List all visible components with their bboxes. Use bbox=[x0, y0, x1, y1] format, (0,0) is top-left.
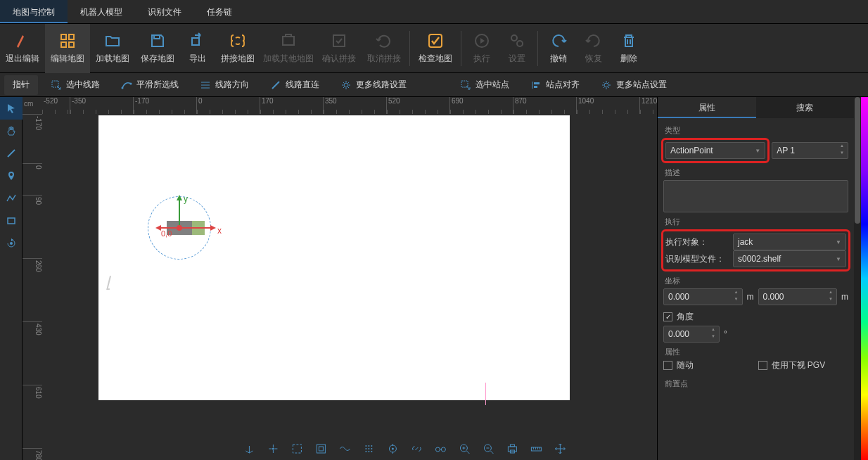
exit-edit-button[interactable]: 退出编辑 bbox=[0, 24, 45, 73]
left-tool-strip bbox=[0, 97, 23, 460]
svg-point-28 bbox=[272, 448, 274, 450]
svg-point-40 bbox=[371, 451, 372, 452]
center-icon[interactable] bbox=[266, 442, 280, 456]
route-direction-button[interactable]: 线路方向 bbox=[191, 75, 257, 95]
delete-button[interactable]: 删除 bbox=[611, 24, 646, 73]
svg-point-18 bbox=[344, 83, 348, 87]
check-map-button[interactable]: 检查地图 bbox=[413, 24, 458, 73]
save-map-label: 保存地图 bbox=[141, 53, 174, 65]
undo-button[interactable]: 撤销 bbox=[541, 24, 576, 73]
edit-map-label: 编辑地图 bbox=[51, 53, 84, 65]
svg-point-27 bbox=[10, 242, 13, 245]
svg-point-25 bbox=[10, 173, 13, 176]
pointer-button[interactable]: 指针 bbox=[4, 75, 38, 95]
ruler-icon[interactable] bbox=[529, 442, 543, 456]
tab-task-chain[interactable]: 任务链 bbox=[194, 0, 245, 23]
angle-checkbox[interactable]: 角度 bbox=[663, 311, 694, 323]
station-align-button[interactable]: 站点对齐 bbox=[522, 75, 588, 95]
coord-x-field[interactable]: 0.000 ▲▼ bbox=[663, 288, 743, 305]
export-button[interactable]: 导出 bbox=[180, 24, 215, 73]
wave-icon[interactable] bbox=[338, 442, 352, 456]
axis-icon[interactable] bbox=[242, 442, 256, 456]
name-field[interactable]: AP 1 ▲▼ bbox=[772, 142, 848, 159]
splice-map-label: 拼接地图 bbox=[221, 53, 255, 65]
map-background: y x 0,0 ⌊ bbox=[98, 115, 570, 400]
route-straight-button[interactable]: 线路直连 bbox=[262, 75, 328, 95]
ruler-unit: cm bbox=[24, 100, 33, 108]
splice-map-button[interactable]: 拼接地图 bbox=[215, 24, 260, 73]
printer-icon[interactable] bbox=[505, 442, 519, 456]
load-map-label: 加载地图 bbox=[96, 53, 129, 65]
target-icon[interactable] bbox=[385, 442, 400, 456]
pgv-checkbox[interactable]: 使用下视 PGV bbox=[758, 359, 849, 371]
desc-textarea[interactable] bbox=[663, 180, 848, 212]
export-label: 导出 bbox=[189, 53, 206, 65]
follow-checkbox[interactable]: 随动 bbox=[663, 359, 754, 371]
front-point-label: 前置点 bbox=[665, 378, 848, 389]
confirm-splice-button: 确认拼接 bbox=[317, 24, 362, 73]
tab-robot-model[interactable]: 机器人模型 bbox=[68, 0, 135, 23]
zoom-in-icon[interactable] bbox=[457, 442, 471, 456]
svg-line-49 bbox=[466, 451, 469, 454]
smooth-button[interactable]: 平滑所选线 bbox=[113, 75, 187, 95]
polyline-tool[interactable] bbox=[0, 187, 23, 210]
svg-rect-1 bbox=[69, 34, 74, 39]
frame-icon[interactable] bbox=[314, 442, 328, 456]
edit-map-button[interactable]: 编辑地图 bbox=[45, 24, 90, 73]
link-icon[interactable] bbox=[409, 442, 423, 456]
rect-tool[interactable] bbox=[0, 210, 23, 232]
more-route-settings-button[interactable]: 更多线路设置 bbox=[332, 75, 415, 95]
svg-point-38 bbox=[365, 451, 366, 452]
main-tabs: 地图与控制 机器人模型 识别文件 任务链 bbox=[0, 0, 868, 24]
glasses-icon[interactable] bbox=[433, 442, 447, 456]
angle-field[interactable]: 0.000 ▲▼ bbox=[663, 326, 720, 343]
svg-line-17 bbox=[272, 82, 279, 89]
load-map-button[interactable]: 加载地图 bbox=[90, 24, 135, 73]
svg-point-42 bbox=[392, 448, 394, 450]
prop-label: 属性 bbox=[665, 347, 848, 357]
search-tab[interactable]: 搜索 bbox=[756, 97, 855, 118]
svg-rect-31 bbox=[319, 447, 323, 451]
more-station-settings-button[interactable]: 更多站点设置 bbox=[592, 75, 675, 95]
exit-edit-label: 退出编辑 bbox=[6, 53, 39, 65]
svg-rect-5 bbox=[286, 34, 291, 37]
tab-recognition-file[interactable]: 识别文件 bbox=[135, 0, 194, 23]
save-map-button[interactable]: 保存地图 bbox=[135, 24, 180, 73]
exec-target-select[interactable]: jack▼ bbox=[733, 234, 846, 250]
canvas-view-tools bbox=[242, 442, 567, 456]
model-file-select[interactable]: s0002.shelf▼ bbox=[733, 250, 846, 267]
unit-m: m bbox=[747, 292, 754, 302]
map-area[interactable]: y x 0,0 ⌊ bbox=[42, 114, 657, 460]
line-tool[interactable] bbox=[0, 142, 23, 165]
grid-icon[interactable] bbox=[362, 442, 376, 456]
type-select[interactable]: ActionPoint▼ bbox=[665, 142, 765, 159]
main-toolbar: 退出编辑 编辑地图 加载地图 保存地图 导出 拼接地图 加载其他地图 确认拼接 … bbox=[0, 24, 868, 73]
coord-label: 坐标 bbox=[665, 276, 848, 286]
coord-y-field[interactable]: 0.000 ▲▼ bbox=[758, 288, 838, 305]
svg-rect-4 bbox=[283, 37, 294, 45]
pointer-tool[interactable] bbox=[0, 97, 23, 120]
svg-rect-6 bbox=[333, 35, 345, 46]
svg-rect-2 bbox=[61, 42, 66, 47]
tab-map-control[interactable]: 地图与控制 bbox=[0, 0, 68, 23]
svg-point-9 bbox=[511, 35, 517, 41]
pin-tool[interactable] bbox=[0, 165, 23, 187]
rotate-tool[interactable] bbox=[0, 232, 23, 255]
toolbar-separator bbox=[409, 31, 410, 66]
select-route-button[interactable]: 选中线路 bbox=[42, 75, 108, 95]
fit-icon[interactable] bbox=[290, 442, 304, 456]
load-other-label: 加载其他地图 bbox=[263, 53, 314, 65]
panel-scrollbar[interactable] bbox=[854, 97, 861, 460]
zoom-out-icon[interactable] bbox=[481, 442, 495, 456]
svg-rect-30 bbox=[317, 445, 325, 453]
canvas[interactable]: cm -520 -350 -170 0 170 350 520 690 870 … bbox=[23, 97, 657, 460]
color-strip[interactable] bbox=[861, 97, 868, 460]
select-station-button[interactable]: 选中站点 bbox=[452, 75, 518, 95]
move-icon[interactable] bbox=[553, 442, 567, 456]
model-file-label: 识别模型文件： bbox=[665, 253, 729, 265]
svg-point-46 bbox=[441, 447, 445, 452]
unit-m: m bbox=[841, 292, 848, 302]
hand-tool[interactable] bbox=[0, 120, 23, 142]
properties-tab[interactable]: 属性 bbox=[658, 97, 756, 118]
redo-label: 恢复 bbox=[585, 53, 602, 65]
